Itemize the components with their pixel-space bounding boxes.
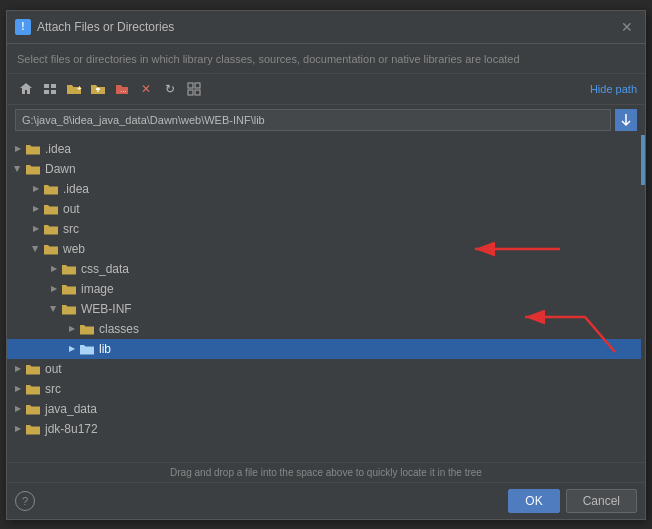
path-input[interactable] xyxy=(15,109,611,131)
expand-arrow-css: ▶ xyxy=(47,262,61,276)
tree-item-java-data[interactable]: ▶ java_data xyxy=(7,399,645,419)
expand-arrow-out1: ▶ xyxy=(29,202,43,216)
tree-item-webinf[interactable]: ▶ WEB-INF xyxy=(7,299,645,319)
path-bar xyxy=(15,109,637,131)
tree-item-lib[interactable]: ▶ lib xyxy=(7,339,645,359)
folder-icon-src2 xyxy=(25,381,41,397)
tree-label-webinf: WEB-INF xyxy=(81,302,132,316)
status-bar: Drag and drop a file into the space abov… xyxy=(7,462,645,482)
home-button[interactable] xyxy=(15,78,37,100)
expand-arrow-jdk8: ▶ xyxy=(11,422,25,436)
tree-item-jdk8[interactable]: ▶ jdk-8u172 xyxy=(7,419,645,439)
browse-button[interactable] xyxy=(615,109,637,131)
tree-label-out1: out xyxy=(63,202,80,216)
tree-item-idea1[interactable]: ▶ .idea xyxy=(7,139,645,159)
new-folder-button[interactable]: + xyxy=(63,78,85,100)
svg-rect-6 xyxy=(188,83,193,88)
folder-icon-dawn xyxy=(25,161,41,177)
tree-item-dawn[interactable]: ▶ Dawn xyxy=(7,159,645,179)
expand-arrow-java-data: ▶ xyxy=(11,402,25,416)
tree-item-idea2[interactable]: ▶ .idea xyxy=(7,179,645,199)
expand-arrow-idea2: ▶ xyxy=(29,182,43,196)
expand-arrow-out2: ▶ xyxy=(11,362,25,376)
tree-label-css: css_data xyxy=(81,262,129,276)
edit-button[interactable]: ... xyxy=(111,78,133,100)
dialog-icon: ! xyxy=(15,19,31,35)
expand-arrow-web: ▶ xyxy=(29,242,43,256)
tree-label-idea1: .idea xyxy=(45,142,71,156)
tree-label-jdk8: jdk-8u172 xyxy=(45,422,98,436)
cancel-button[interactable]: Cancel xyxy=(566,489,637,513)
ok-button[interactable]: OK xyxy=(508,489,559,513)
svg-text:...: ... xyxy=(120,85,127,94)
expand-arrow-webinf: ▶ xyxy=(47,302,61,316)
expand-arrow-src1: ▶ xyxy=(29,222,43,236)
list-view-button[interactable] xyxy=(39,78,61,100)
attach-dialog: ! Attach Files or Directories ✕ Select f… xyxy=(6,10,646,520)
tree-label-classes: classes xyxy=(99,322,139,336)
delete-button[interactable]: ✕ xyxy=(135,78,157,100)
svg-rect-8 xyxy=(188,90,193,95)
refresh-button[interactable]: ↻ xyxy=(159,78,181,100)
toolbar: + ... ✕ ↻ Hide path xyxy=(7,74,645,105)
folder-icon-lib xyxy=(79,341,95,357)
folder-icon-idea2 xyxy=(43,181,59,197)
tree-item-css-data[interactable]: ▶ css_data xyxy=(7,259,645,279)
folder-icon-java-data xyxy=(25,401,41,417)
close-button[interactable]: ✕ xyxy=(617,17,637,37)
tree-label-dawn: Dawn xyxy=(45,162,76,176)
folder-icon-jdk8 xyxy=(25,421,41,437)
folder-icon-image xyxy=(61,281,77,297)
file-tree: ▶ .idea ▶ Dawn ▶ xyxy=(7,135,645,462)
svg-rect-1 xyxy=(51,84,56,88)
folder-icon-css xyxy=(61,261,77,277)
folder-icon-out2 xyxy=(25,361,41,377)
svg-rect-2 xyxy=(44,90,49,94)
tree-label-src2: src xyxy=(45,382,61,396)
expand-arrow-image: ▶ xyxy=(47,282,61,296)
tree-label-web: web xyxy=(63,242,85,256)
folder-up-button[interactable] xyxy=(87,78,109,100)
folder-icon-idea1 xyxy=(25,141,41,157)
expand-arrow-idea1: ▶ xyxy=(11,142,25,156)
folder-icon-classes xyxy=(79,321,95,337)
expand-arrow-lib: ▶ xyxy=(65,342,79,356)
hide-path-link[interactable]: Hide path xyxy=(590,83,637,95)
tree-item-out1[interactable]: ▶ out xyxy=(7,199,645,219)
expand-arrow-src2: ▶ xyxy=(11,382,25,396)
expand-arrow-dawn: ▶ xyxy=(11,162,25,176)
tree-item-src2[interactable]: ▶ src xyxy=(7,379,645,399)
expand-button[interactable] xyxy=(183,78,205,100)
svg-rect-7 xyxy=(195,83,200,88)
tree-item-src1[interactable]: ▶ src xyxy=(7,219,645,239)
folder-icon-webinf xyxy=(61,301,77,317)
svg-rect-3 xyxy=(51,90,56,94)
folder-icon-src1 xyxy=(43,221,59,237)
tree-item-web[interactable]: ▶ web xyxy=(7,239,645,259)
tree-label-out2: out xyxy=(45,362,62,376)
tree-label-java-data: java_data xyxy=(45,402,97,416)
tree-label-idea2: .idea xyxy=(63,182,89,196)
folder-icon-out1 xyxy=(43,201,59,217)
status-text: Drag and drop a file into the space abov… xyxy=(170,467,482,478)
tree-label-src1: src xyxy=(63,222,79,236)
help-button[interactable]: ? xyxy=(15,491,35,511)
dialog-title: Attach Files or Directories xyxy=(37,20,611,34)
description-text: Select files or directories in which lib… xyxy=(7,44,645,74)
tree-label-lib: lib xyxy=(99,342,111,356)
svg-text:+: + xyxy=(77,84,82,93)
footer-buttons: OK Cancel xyxy=(508,489,637,513)
tree-item-image[interactable]: ▶ image xyxy=(7,279,645,299)
tree-item-out2[interactable]: ▶ out xyxy=(7,359,645,379)
expand-arrow-classes: ▶ xyxy=(65,322,79,336)
svg-rect-9 xyxy=(195,90,200,95)
footer: ? OK Cancel xyxy=(7,482,645,519)
tree-item-classes[interactable]: ▶ classes xyxy=(7,319,645,339)
folder-icon-web xyxy=(43,241,59,257)
tree-label-image: image xyxy=(81,282,114,296)
title-bar: ! Attach Files or Directories ✕ xyxy=(7,11,645,44)
svg-rect-0 xyxy=(44,84,49,88)
